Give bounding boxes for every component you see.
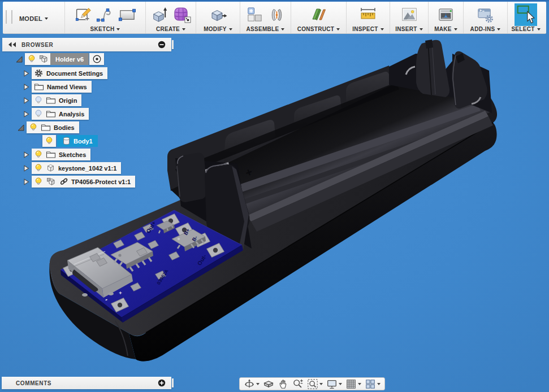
tree-row-label: Holder v6 [55,56,84,63]
toolbar-group-inspect: INSPECT [346,2,390,33]
joint-icon[interactable] [268,6,286,24]
tree-row-origin[interactable]: Origin [23,94,81,106]
component-icon [38,54,49,64]
tree-row-label: Origin [59,97,77,104]
expander-closed-icon[interactable] [23,178,30,186]
chevron-down-icon [45,18,48,20]
chevron-down-icon [537,28,541,31]
visibility-bulb-on-icon[interactable] [34,163,43,173]
browser-panel-header[interactable]: BROWSER [2,38,171,51]
create-sketch-icon[interactable] [75,6,92,24]
folder-icon [46,96,56,104]
collapse-panel-icon[interactable] [7,41,17,48]
insert-image-icon[interactable] [400,6,419,24]
toolbar-group-construct: CONSTRUCT [291,2,346,33]
comments-resize-gripper[interactable] [172,378,174,387]
expander-open-icon[interactable] [15,55,23,63]
group-label-select[interactable]: SELECT [511,26,534,32]
viewports-button[interactable] [365,378,381,390]
tree-row-document-settings[interactable]: Document Settings [23,67,107,79]
extrude-icon[interactable] [150,5,168,24]
close-panel-icon[interactable] [158,41,166,49]
look-at-button[interactable] [263,378,274,390]
create-form-icon[interactable] [172,5,192,24]
toolbar-group-make: MAKE [428,2,463,33]
tree-row-tp4056-protect[interactable]: TP4056-Protect v1:1 [23,176,135,188]
press-pull-icon[interactable] [209,5,228,24]
display-settings-button[interactable] [326,378,342,390]
visibility-bulb-on-icon[interactable] [34,150,43,159]
group-label-modify[interactable]: MODIFY [204,26,227,32]
toolbar-group-addins: ADD-INS [463,2,507,33]
scripts-and-addins-icon[interactable] [476,6,495,24]
visibility-bulb-on-icon[interactable] [34,177,43,186]
tree-row-named-views[interactable]: Named Views [23,81,92,93]
folder-icon [46,150,56,159]
tree-row-keystone-1042[interactable]: keystone_1042 v1:1 [23,162,121,174]
expander-closed-icon[interactable] [23,83,30,91]
chevron-down-icon [182,28,185,31]
group-label-insert[interactable]: INSERT [395,26,417,32]
visibility-bulb-off-icon[interactable] [34,109,43,119]
visibility-bulb-on-icon[interactable] [27,54,36,64]
expander-closed-icon[interactable] [23,110,30,118]
orbit-icon [244,378,255,390]
zoom-button[interactable] [292,378,304,390]
3d-print-icon[interactable] [436,6,455,24]
grid-button[interactable] [345,378,361,390]
tree-row-holder-v6[interactable]: Holder v6 [15,53,104,65]
visibility-bulb-off-icon[interactable] [34,95,43,105]
chevron-down-icon [319,383,323,385]
tree-row-sketches[interactable]: Sketches [23,149,90,160]
pan-icon [278,378,289,390]
chevron-down-icon [256,383,260,385]
expander-closed-icon[interactable] [23,151,30,159]
fit-icon [307,378,318,390]
workspace-menu[interactable]: MODEL [3,2,64,33]
tree-row-label: keystone_1042 v1:1 [58,165,116,172]
box-body-icon [46,163,55,173]
select-icon[interactable] [515,3,537,26]
spline-icon[interactable] [96,6,114,24]
tree-row-label: Body1 [74,138,93,145]
toolbar-drag-handle[interactable] [6,10,12,24]
component-icon [46,177,57,186]
silkscreen-usb-plus-mark: + [119,290,122,296]
group-label-inspect[interactable]: INSPECT [352,26,378,32]
folder-icon [34,82,44,91]
fit-button[interactable] [307,378,323,390]
browser-resize-gripper[interactable] [172,40,174,49]
group-label-create[interactable]: CREATE [156,26,180,32]
pan-button[interactable] [278,378,289,390]
measure-icon[interactable] [358,5,378,24]
group-label-addins[interactable]: ADD-INS [470,26,495,32]
group-label-sketch[interactable]: SKETCH [90,26,115,32]
chevron-down-icon [336,28,340,31]
comments-panel-header[interactable]: COMMENTS [2,377,171,389]
construction-plane-icon[interactable] [309,5,328,24]
tree-row-bodies[interactable]: Bodies [17,121,79,133]
expander-closed-icon[interactable] [23,164,30,172]
new-component-icon[interactable] [245,6,264,24]
tree-row-label: Bodies [54,124,75,131]
expander-closed-icon[interactable] [23,97,30,104]
chevron-down-icon [116,28,120,31]
visibility-toggle[interactable] [42,135,56,147]
browser-panel-title: BROWSER [21,42,53,48]
expander-closed-icon[interactable] [23,69,30,77]
rectangle-icon[interactable] [118,6,136,24]
activate-component-radio[interactable] [89,53,104,65]
tree-row-body1[interactable]: Body1 [42,135,98,147]
group-label-construct[interactable]: CONSTRUCT [297,26,334,32]
add-comment-icon[interactable] [158,379,166,387]
tree-row-analysis[interactable]: Analysis [23,108,89,120]
tree-row-label: TP4056-Protect v1:1 [71,178,131,185]
tree-row-label: Sketches [59,151,86,158]
orbit-button[interactable] [244,378,260,390]
display-settings-icon [326,378,338,390]
visibility-bulb-on-icon [45,136,54,146]
group-label-assemble[interactable]: ASSEMBLE [247,26,279,32]
visibility-bulb-on-icon[interactable] [29,123,38,132]
expander-open-icon[interactable] [17,124,25,132]
group-label-make[interactable]: MAKE [434,26,452,32]
